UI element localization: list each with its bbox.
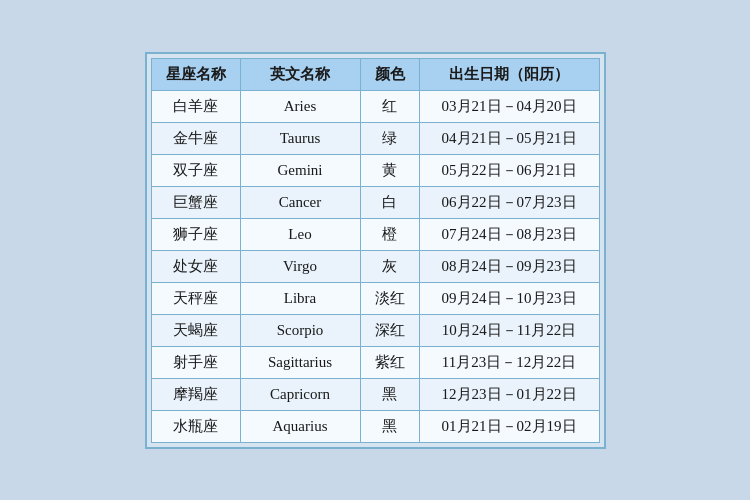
table-row: 金牛座Taurus绿04月21日－05月21日 [151, 122, 599, 154]
cell-date: 07月24日－08月23日 [419, 218, 599, 250]
cell-date: 09月24日－10月23日 [419, 282, 599, 314]
cell-zh: 水瓶座 [151, 410, 240, 442]
cell-color: 黑 [360, 410, 419, 442]
cell-en: Aquarius [240, 410, 360, 442]
cell-date: 04月21日－05月21日 [419, 122, 599, 154]
cell-date: 10月24日－11月22日 [419, 314, 599, 346]
header-date: 出生日期（阳历） [419, 58, 599, 90]
cell-color: 灰 [360, 250, 419, 282]
cell-date: 01月21日－02月19日 [419, 410, 599, 442]
cell-date: 08月24日－09月23日 [419, 250, 599, 282]
table-row: 摩羯座Capricorn黑12月23日－01月22日 [151, 378, 599, 410]
cell-en: Capricorn [240, 378, 360, 410]
header-en: 英文名称 [240, 58, 360, 90]
cell-zh: 处女座 [151, 250, 240, 282]
cell-zh: 射手座 [151, 346, 240, 378]
cell-color: 深红 [360, 314, 419, 346]
header-zh: 星座名称 [151, 58, 240, 90]
cell-en: Cancer [240, 186, 360, 218]
cell-color: 淡红 [360, 282, 419, 314]
cell-color: 绿 [360, 122, 419, 154]
cell-zh: 金牛座 [151, 122, 240, 154]
cell-zh: 狮子座 [151, 218, 240, 250]
cell-zh: 天蝎座 [151, 314, 240, 346]
table-row: 白羊座Aries红03月21日－04月20日 [151, 90, 599, 122]
cell-date: 11月23日－12月22日 [419, 346, 599, 378]
cell-en: Taurus [240, 122, 360, 154]
cell-date: 06月22日－07月23日 [419, 186, 599, 218]
table-row: 狮子座Leo橙07月24日－08月23日 [151, 218, 599, 250]
header-color: 颜色 [360, 58, 419, 90]
cell-en: Scorpio [240, 314, 360, 346]
cell-zh: 双子座 [151, 154, 240, 186]
cell-zh: 巨蟹座 [151, 186, 240, 218]
table-row: 巨蟹座Cancer白06月22日－07月23日 [151, 186, 599, 218]
table-row: 处女座Virgo灰08月24日－09月23日 [151, 250, 599, 282]
table-row: 水瓶座Aquarius黑01月21日－02月19日 [151, 410, 599, 442]
cell-color: 红 [360, 90, 419, 122]
table-row: 天蝎座Scorpio深红10月24日－11月22日 [151, 314, 599, 346]
table-row: 射手座Sagittarius紫红11月23日－12月22日 [151, 346, 599, 378]
cell-en: Leo [240, 218, 360, 250]
cell-color: 橙 [360, 218, 419, 250]
cell-color: 黑 [360, 378, 419, 410]
cell-zh: 天秤座 [151, 282, 240, 314]
cell-date: 12月23日－01月22日 [419, 378, 599, 410]
zodiac-table: 星座名称 英文名称 颜色 出生日期（阳历） 白羊座Aries红03月21日－04… [151, 58, 600, 443]
cell-zh: 摩羯座 [151, 378, 240, 410]
table-row: 天秤座Libra淡红09月24日－10月23日 [151, 282, 599, 314]
cell-en: Gemini [240, 154, 360, 186]
cell-date: 03月21日－04月20日 [419, 90, 599, 122]
table-header-row: 星座名称 英文名称 颜色 出生日期（阳历） [151, 58, 599, 90]
cell-color: 黄 [360, 154, 419, 186]
cell-en: Sagittarius [240, 346, 360, 378]
cell-en: Libra [240, 282, 360, 314]
cell-color: 白 [360, 186, 419, 218]
cell-color: 紫红 [360, 346, 419, 378]
zodiac-table-container: 星座名称 英文名称 颜色 出生日期（阳历） 白羊座Aries红03月21日－04… [145, 52, 606, 449]
cell-en: Aries [240, 90, 360, 122]
cell-zh: 白羊座 [151, 90, 240, 122]
cell-date: 05月22日－06月21日 [419, 154, 599, 186]
table-row: 双子座Gemini黄05月22日－06月21日 [151, 154, 599, 186]
cell-en: Virgo [240, 250, 360, 282]
